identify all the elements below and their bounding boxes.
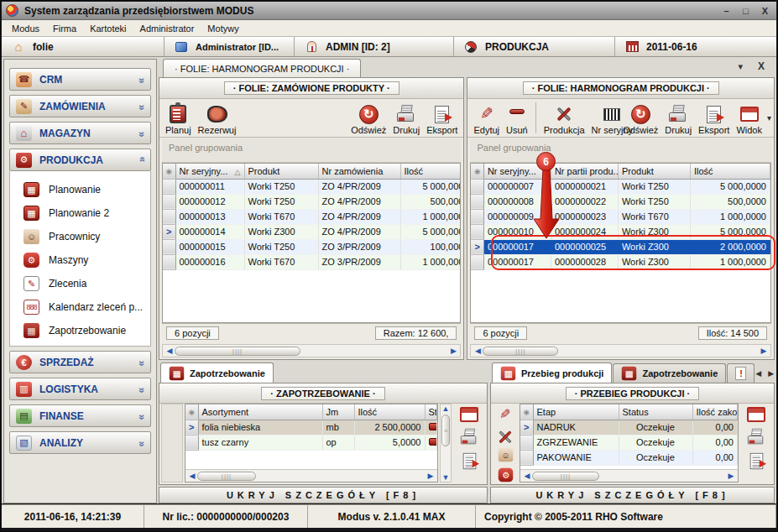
sidebar-section-zamowienia[interactable]: ✎ ZAMÓWIENIA » bbox=[9, 95, 151, 117]
menu-kartoteki[interactable]: Kartoteki bbox=[83, 22, 133, 35]
menu-firma[interactable]: Firma bbox=[46, 22, 83, 35]
scroll-left-icon[interactable]: ◀ bbox=[522, 472, 532, 480]
user-segment[interactable]: ADMIN [ID: 2] bbox=[295, 37, 454, 56]
select-all-icon[interactable]: ✳ bbox=[523, 409, 530, 417]
tab-scroll-left-icon[interactable]: ◀ bbox=[755, 369, 761, 378]
tab-close-icon[interactable]: X bbox=[758, 60, 765, 72]
scroll-right-icon[interactable]: ▶ bbox=[448, 347, 458, 355]
col-ilosc[interactable]: Ilość bbox=[690, 164, 770, 179]
table-row-current[interactable]: > NADRUK Oczekuje 0,00 bbox=[520, 420, 738, 435]
col-nr-partii[interactable]: Nr partii produ... bbox=[551, 164, 618, 179]
table-row[interactable]: 000000016Worki T670ZO 3/PR/20091 000,000… bbox=[163, 254, 461, 269]
hide-details-button[interactable]: UKRYJ SZCZEGÓŁY [F8] bbox=[159, 487, 488, 503]
table-row[interactable]: 0000000090000000023Worki T6701 000,0000 bbox=[471, 209, 770, 224]
select-all-icon[interactable]: ✳ bbox=[474, 168, 481, 176]
rezerwuj-button[interactable]: Rezerwuj bbox=[195, 100, 240, 136]
produkcja-button[interactable]: Produkcja bbox=[540, 100, 588, 136]
scrollbar-thumb[interactable]: ≡ bbox=[441, 415, 450, 446]
eksport-button[interactable]: Eksport bbox=[423, 100, 461, 136]
table-row[interactable]: 000000012Worki T250ZO 4/PR/2009500,0000H… bbox=[163, 194, 461, 209]
sidebar-item-planowanie-2[interactable]: ▦ Planowanie 2 bbox=[23, 201, 147, 225]
drukuj-button[interactable]: Drukuj bbox=[389, 100, 423, 136]
sidebar-section-sprzedaz[interactable]: € SPRZEDAŻ » bbox=[9, 351, 151, 373]
tab-scroll-right-icon[interactable]: ▶ bbox=[768, 369, 774, 378]
edit-stage-icon[interactable]: ✎ bbox=[499, 406, 510, 423]
tab-zapotrzebowanie[interactable]: ▦ Zapotrzebowanie bbox=[160, 362, 274, 383]
scrollbar-thumb[interactable]: |||| bbox=[197, 472, 256, 481]
scroll-left-icon[interactable]: ◀ bbox=[187, 472, 197, 480]
date-segment[interactable]: 2011-06-16 bbox=[615, 37, 776, 56]
view-icon[interactable] bbox=[460, 407, 478, 422]
col-etap[interactable]: Etap bbox=[533, 404, 619, 420]
edytuj-button[interactable]: ✎ Edytuj bbox=[470, 100, 503, 136]
table-row[interactable]: 0000000080000000022Worki T250500,0000 bbox=[471, 194, 770, 209]
menu-motywy[interactable]: Motywy bbox=[201, 22, 245, 35]
tab-list-caret-icon[interactable]: ▾ bbox=[738, 61, 743, 72]
horizontal-scrollbar[interactable]: ◀ |||| ▶ bbox=[520, 469, 738, 482]
tools-icon[interactable] bbox=[497, 429, 514, 442]
maximize-button[interactable]: □ bbox=[739, 4, 753, 17]
module-segment[interactable]: PRODUKCJA bbox=[454, 37, 615, 56]
col-produkt[interactable]: Produkt bbox=[618, 164, 690, 179]
table-row[interactable]: 0000000070000000021Worki T2505 000,0000 bbox=[471, 179, 770, 194]
grouping-panel[interactable]: Panel grupowania bbox=[470, 138, 771, 163]
widok-button[interactable]: Widok bbox=[733, 100, 765, 136]
table-row[interactable]: ZGRZEWANIE Oczekuje 0,00 bbox=[520, 435, 738, 450]
tab-folie-harmonogram[interactable]: · FOLIE: HARMONOGRAM PRODUKCJI · bbox=[163, 59, 361, 77]
col-produkt[interactable]: Produkt bbox=[244, 164, 318, 179]
sidebar-section-logistyka[interactable]: ▥ LOGISTYKA » bbox=[9, 378, 151, 400]
planuj-button[interactable]: Planuj bbox=[162, 100, 195, 136]
table-row-selected[interactable]: >0000000170000000025Worki Z3002 000,0000 bbox=[471, 239, 770, 254]
sidebar-item-zapotrzebowanie[interactable]: ▦ Zapotrzebowanie bbox=[23, 319, 147, 342]
sidebar-section-finanse[interactable]: ▤ FINANSE » bbox=[9, 404, 151, 427]
col-ilosc-zakonczona[interactable]: Ilość zakoń bbox=[692, 404, 738, 420]
eksport-button[interactable]: Eksport bbox=[695, 100, 733, 136]
tab-przebieg-produkcji[interactable]: ▥ Przebieg produkcji bbox=[492, 362, 612, 383]
operator-segment[interactable]: Administrator [ID... bbox=[164, 37, 295, 56]
select-all-icon[interactable]: ✳ bbox=[165, 168, 172, 176]
table-row[interactable]: 0000000170000000028Worki Z3001 000,0000 bbox=[471, 254, 770, 269]
menu-administrator[interactable]: Administrator bbox=[133, 22, 201, 35]
table-row[interactable]: 000000013Worki T670ZO 4/PR/20091 000,000… bbox=[163, 209, 461, 224]
left-horizontal-scrollbar[interactable]: ◀ |||| ▶ bbox=[162, 344, 461, 357]
table-row-current[interactable]: > folia niebieska mb 2 500,0000 bbox=[185, 420, 437, 435]
export-icon[interactable] bbox=[462, 453, 476, 469]
sidebar-section-crm[interactable]: ☎ CRM » bbox=[9, 68, 151, 91]
print-icon[interactable] bbox=[748, 430, 765, 445]
table-row[interactable]: PAKOWANIE Oczekuje 0,00 bbox=[520, 450, 738, 465]
sidebar-section-analizy[interactable]: ▧ ANALIZY » bbox=[9, 431, 151, 454]
scroll-right-icon[interactable]: ▶ bbox=[726, 472, 736, 480]
select-all-icon[interactable]: ✳ bbox=[188, 409, 195, 417]
col-status[interactable]: Sta bbox=[425, 404, 437, 420]
scroll-right-icon[interactable]: ▶ bbox=[759, 347, 769, 355]
sidebar-item-pracownicy[interactable]: ☺ Pracownicy bbox=[23, 225, 147, 248]
scrollbar-thumb[interactable]: |||| bbox=[483, 347, 558, 356]
machine-icon[interactable]: ⚙ bbox=[498, 468, 512, 482]
scroll-left-icon[interactable]: ◀ bbox=[164, 347, 175, 355]
odswiez-button[interactable]: ↻ Odśwież bbox=[619, 100, 661, 136]
scroll-right-icon[interactable]: ▶ bbox=[426, 472, 436, 480]
view-icon[interactable] bbox=[747, 407, 765, 422]
col-nr-seryjny[interactable]: Nr seryjny...△ bbox=[175, 164, 244, 179]
col-nr-zamowienia[interactable]: Nr zamówienia bbox=[318, 164, 400, 179]
col-ilosc[interactable]: Ilość bbox=[354, 404, 425, 420]
context-segment[interactable]: ⌂ folie bbox=[2, 37, 164, 56]
close-button[interactable]: X bbox=[758, 4, 772, 17]
scroll-up-icon[interactable]: ▲ bbox=[442, 404, 450, 413]
worker-icon[interactable]: ☺ bbox=[498, 448, 512, 462]
table-row[interactable]: 000000015Worki T250ZO 3/PR/2009100,0000H… bbox=[163, 239, 461, 254]
right-horizontal-scrollbar[interactable]: ◀ |||| ▶ bbox=[470, 344, 771, 357]
horizontal-scrollbar[interactable]: ◀ |||| ▶ bbox=[185, 469, 437, 482]
menu-modus[interactable]: Modus bbox=[5, 22, 46, 35]
sidebar-item-kalendarz-zlecen[interactable]: 888 Kalendarz zleceń p... bbox=[23, 295, 147, 319]
col-status[interactable]: Status bbox=[619, 404, 692, 420]
odswiez-button[interactable]: ↻ Odśwież bbox=[347, 100, 389, 136]
sidebar-section-magazyn[interactable]: ⌂ MAGAZYN » bbox=[9, 122, 151, 144]
scroll-down-icon[interactable]: ▼ bbox=[442, 473, 450, 482]
sidebar-item-zlecenia[interactable]: ✎ Zlecenia bbox=[23, 272, 147, 295]
tab-alerts[interactable] bbox=[727, 363, 755, 383]
col-asortyment[interactable]: Asortyment bbox=[198, 404, 322, 420]
hide-details-button[interactable]: UKRYJ SZCZEGÓŁY [F8] bbox=[490, 487, 775, 503]
table-row[interactable]: 0000000100000000024Worki Z3005 000,0000 bbox=[471, 224, 770, 239]
col-ilosc[interactable]: Ilość bbox=[400, 164, 461, 179]
